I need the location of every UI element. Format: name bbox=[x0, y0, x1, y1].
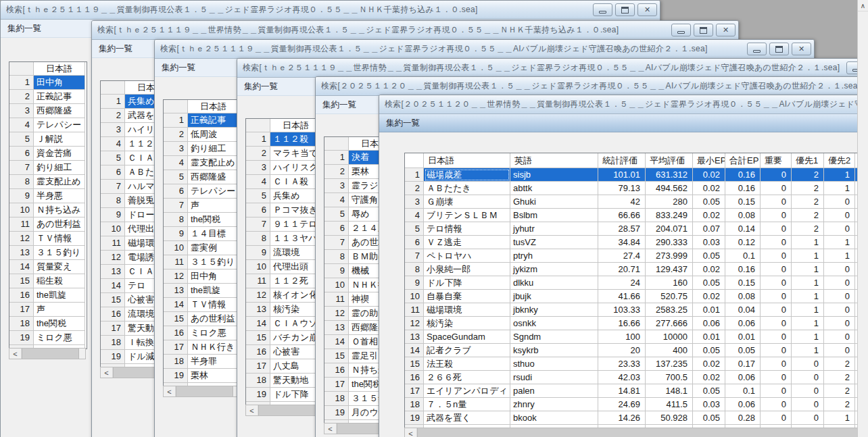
table-cell[interactable]: 833.249 bbox=[646, 209, 693, 222]
list-item[interactable]: ３１５釣り bbox=[34, 246, 85, 260]
horizontal-scrollbar[interactable]: < bbox=[163, 386, 240, 397]
row-number[interactable]: 14 bbox=[324, 335, 349, 349]
row-number[interactable]: 1 bbox=[101, 95, 125, 109]
list-item[interactable]: 西郷隆盛 bbox=[34, 104, 85, 118]
list-item[interactable]: 正義記事 bbox=[34, 90, 85, 104]
table-cell[interactable]: 14.26 bbox=[598, 411, 646, 425]
row-number[interactable]: 9 bbox=[164, 227, 188, 241]
row-number[interactable]: 3 bbox=[164, 142, 188, 156]
table-cell[interactable]: dlkku bbox=[510, 276, 598, 290]
row-number[interactable]: 2 bbox=[164, 128, 188, 142]
row-number[interactable]: 11 bbox=[324, 292, 349, 307]
table-cell[interactable]: 0 bbox=[761, 263, 792, 276]
table-cell[interactable]: 160 bbox=[646, 276, 693, 290]
list-item[interactable]: 半身悪 bbox=[34, 189, 85, 203]
table-cell[interactable]: 0.01 bbox=[725, 330, 761, 344]
list-item-row[interactable]: 4霊支配止め bbox=[164, 156, 241, 170]
row-number[interactable]: 12 bbox=[324, 307, 349, 321]
table-cell[interactable]: 0 bbox=[761, 303, 792, 317]
column-header[interactable]: 日本語 bbox=[424, 153, 510, 168]
table-cell[interactable]: 1 bbox=[792, 276, 824, 290]
list-item-row[interactable]: 1１１２殺 bbox=[246, 132, 323, 147]
table-cell[interactable]: 0 bbox=[824, 330, 855, 344]
table-cell[interactable]: 273.999 bbox=[646, 249, 693, 263]
scroll-left-button[interactable]: < bbox=[405, 428, 417, 437]
list-item[interactable]: 代理出頭 bbox=[270, 260, 322, 274]
row-number[interactable]: 15 bbox=[405, 357, 424, 371]
table-cell[interactable]: 79.13 bbox=[598, 182, 646, 195]
row-number[interactable]: 4 bbox=[324, 193, 349, 207]
row-number[interactable]: 2 bbox=[324, 165, 349, 179]
column-header[interactable]: 合計EP bbox=[725, 153, 761, 168]
table-cell[interactable]: ペトロヤハ bbox=[424, 249, 510, 263]
table-cell[interactable]: 2 bbox=[792, 209, 824, 222]
row-number[interactable]: 18 bbox=[9, 317, 34, 331]
table-cell[interactable]: ブリテンＳＬＢＭ bbox=[424, 209, 510, 222]
scroll-thumb[interactable] bbox=[417, 428, 868, 437]
list-item[interactable]: 兵集め bbox=[270, 189, 322, 203]
table-cell[interactable]: ptryh bbox=[510, 249, 598, 263]
row-number[interactable]: 17 bbox=[164, 340, 188, 355]
table-cell[interactable]: 277.666 bbox=[646, 317, 693, 330]
table-cell[interactable]: 1 bbox=[792, 249, 824, 263]
scroll-left-button[interactable]: < bbox=[9, 349, 22, 359]
row-number[interactable]: 16 bbox=[405, 371, 424, 384]
table-cell[interactable]: 2 bbox=[792, 182, 824, 195]
list-item-row[interactable]: 19ドル下降 bbox=[246, 388, 323, 402]
row-number[interactable]: 7 bbox=[405, 249, 424, 263]
table-cell[interactable]: 0.01 bbox=[693, 303, 725, 317]
table-cell[interactable]: Ghuki bbox=[510, 195, 598, 209]
table-cell[interactable]: 0.14 bbox=[725, 222, 761, 236]
list-item[interactable]: ドル下降 bbox=[270, 388, 322, 402]
table-cell[interactable]: 1 bbox=[824, 411, 855, 425]
table-cell[interactable]: 204.071 bbox=[646, 222, 693, 236]
scroll-thumb[interactable] bbox=[176, 386, 233, 396]
table-cell[interactable]: エイリアンパロディ bbox=[424, 384, 510, 398]
row-number[interactable]: 2 bbox=[246, 147, 270, 161]
table-cell[interactable]: sthuo bbox=[510, 357, 598, 371]
row-number[interactable]: 18 bbox=[164, 355, 188, 369]
row-number[interactable]: 16 bbox=[246, 345, 270, 359]
list-item-row[interactable]: 1正義記事 bbox=[164, 113, 241, 128]
table-cell[interactable]: 0 bbox=[761, 236, 792, 249]
table-cell[interactable]: 0 bbox=[761, 411, 792, 425]
row-number[interactable]: 15 bbox=[164, 312, 188, 326]
list-header-row[interactable]: 日本語 bbox=[164, 100, 241, 113]
table-header-row[interactable]: 日本語英語統計評価平均評価最小EP合計EP重要優先1優先2優先3 bbox=[405, 153, 868, 168]
row-number[interactable]: 5 bbox=[164, 170, 188, 184]
table-cell[interactable]: 20.71 bbox=[598, 263, 646, 276]
row-number-header[interactable] bbox=[9, 62, 34, 76]
row-number[interactable]: 14 bbox=[9, 260, 34, 274]
column-header[interactable]: 日本語 bbox=[34, 62, 85, 76]
list-item-row[interactable]: 10代理出頭 bbox=[246, 260, 323, 274]
list-item-row[interactable]: 7声 bbox=[164, 199, 241, 213]
row-number[interactable]: 18 bbox=[324, 392, 349, 406]
table-cell[interactable]: 0 bbox=[824, 209, 855, 222]
table-cell[interactable]: jbujk bbox=[510, 290, 598, 303]
table-cell[interactable]: 記者クラブ bbox=[424, 344, 510, 357]
list-item[interactable]: テレパシー bbox=[188, 184, 239, 199]
table-cell[interactable]: ksykrb bbox=[510, 344, 598, 357]
table-cell[interactable]: 290.333 bbox=[646, 236, 693, 249]
table-row[interactable]: 14記者クラブksykrb204000.050.05010 bbox=[405, 344, 868, 357]
list-item[interactable]: Ｎ持ち込み bbox=[34, 203, 85, 217]
table-cell[interactable]: 2 bbox=[792, 168, 824, 182]
row-number[interactable]: 10 bbox=[101, 222, 125, 236]
table-cell[interactable]: 0.01 bbox=[693, 330, 725, 344]
row-number[interactable]: 13 bbox=[164, 284, 188, 298]
list-item-row[interactable]: 16the凱旋 bbox=[9, 288, 87, 303]
table-cell[interactable]: 0.05 bbox=[693, 344, 725, 357]
list-item-row[interactable]: 1田中角 bbox=[9, 76, 87, 90]
row-number[interactable]: 17 bbox=[405, 384, 424, 398]
row-number[interactable]: 10 bbox=[246, 260, 270, 274]
row-number[interactable]: 7 bbox=[246, 217, 270, 232]
table-cell[interactable]: ＶＺ逃走 bbox=[424, 236, 510, 249]
close-button[interactable]: ✕ bbox=[716, 24, 736, 36]
row-number[interactable]: 1 bbox=[324, 151, 349, 165]
table-cell[interactable]: 20 bbox=[598, 344, 646, 357]
table-cell[interactable]: Ｇ崩壊 bbox=[424, 195, 510, 209]
table-cell[interactable]: 0 bbox=[824, 195, 855, 209]
table-cell[interactable]: 41.66 bbox=[598, 290, 646, 303]
row-number[interactable]: 17 bbox=[246, 359, 270, 374]
table-cell[interactable]: 1 bbox=[792, 236, 824, 249]
